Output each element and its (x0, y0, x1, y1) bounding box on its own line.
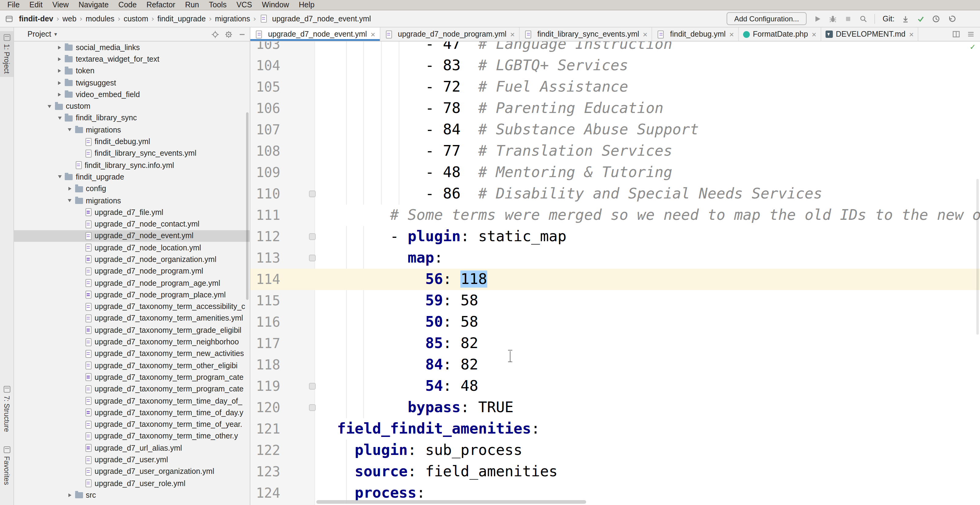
chevron-collapsed-icon[interactable] (55, 41, 64, 53)
code-line-116[interactable]: 116 50: 58 (250, 311, 980, 333)
tree-item-upgrade_d7_taxonomy_term_new_activities[interactable]: upgrade_d7_taxonomy_term_new_activities (14, 348, 250, 360)
chevron-collapsed-icon[interactable] (55, 89, 64, 100)
tree-item-findit_upgrade[interactable]: findit_upgrade (14, 171, 250, 183)
breadcrumb-item[interactable]: findit_upgrade (156, 14, 207, 23)
tree-item-social_media_links[interactable]: social_media_links (14, 41, 250, 53)
menu-item-help[interactable]: Help (294, 1, 319, 9)
code-line-106[interactable]: 106 - 78 # Parenting Education (250, 98, 980, 119)
tree-item-upgrade_d7_node_program_age.yml[interactable]: upgrade_d7_node_program_age.yml (14, 277, 250, 289)
line-number[interactable]: 120 (250, 397, 280, 418)
line-number[interactable]: 123 (250, 461, 280, 483)
tree-item-upgrade_d7_taxonomy_term_time_day_of_[interactable]: upgrade_d7_taxonomy_term_time_day_of_ (14, 395, 250, 407)
line-number[interactable]: 116 (250, 311, 280, 333)
tree-item-upgrade_d7_url_alias.yml[interactable]: upgrade_d7_url_alias.yml (14, 442, 250, 454)
breadcrumb-item[interactable]: findit-dev (18, 14, 55, 23)
code-line-119[interactable]: 119 54: 48 (250, 376, 980, 397)
line-number[interactable]: 113 (250, 247, 280, 269)
hide-panel-icon[interactable] (238, 30, 246, 38)
tab-DEVELOPMENT.md[interactable]: DEVELOPMENT.md× (821, 27, 919, 41)
line-number[interactable]: 118 (250, 354, 280, 376)
breadcrumb-item[interactable]: web (61, 14, 78, 23)
tree-item-upgrade_d7_taxonomy_term_accessibility_c[interactable]: upgrade_d7_taxonomy_term_accessibility_c (14, 301, 250, 313)
code-line-105[interactable]: 105 - 72 # Fuel Assistance (250, 76, 980, 98)
tree-item-video_embed_field[interactable]: video_embed_field (14, 89, 250, 100)
menu-item-file[interactable]: File (2, 1, 24, 9)
code-line-107[interactable]: 107 - 84 # Substance Abuse Support (250, 119, 980, 140)
chevron-collapsed-icon[interactable] (65, 489, 74, 501)
menu-item-window[interactable]: Window (257, 1, 294, 9)
fold-marker-icon[interactable] (309, 404, 316, 411)
fold-marker-icon[interactable] (309, 191, 316, 197)
git-commit-check-icon[interactable] (916, 14, 925, 23)
add-configuration-button[interactable]: Add Configuration... (727, 12, 806, 25)
tree-item-config[interactable]: config (14, 183, 250, 195)
chevron-expanded-icon[interactable] (65, 124, 74, 136)
line-number[interactable]: 115 (250, 290, 280, 311)
gear-icon[interactable] (225, 30, 232, 38)
tab-findit_library_sync_events.yml[interactable]: findit_library_sync_events.yml× (520, 27, 652, 41)
chevron-collapsed-icon[interactable] (55, 77, 64, 89)
code-line-113[interactable]: 113 map: (250, 247, 980, 269)
horizontal-scrollbar[interactable] (316, 500, 586, 504)
close-tab-icon[interactable]: × (729, 30, 734, 39)
code-line-110[interactable]: 110 - 86 # Disability and Special Needs … (250, 183, 980, 205)
tab-upgrade_d7_node_program.yml[interactable]: upgrade_d7_node_program.yml× (380, 27, 520, 41)
line-number[interactable]: 124 (250, 483, 280, 504)
tree-item-twigsuggest[interactable]: twigsuggest (14, 77, 250, 89)
close-tab-icon[interactable]: × (510, 30, 515, 39)
tree-item-migrations[interactable]: migrations (14, 195, 250, 207)
line-number[interactable]: 105 (250, 76, 280, 98)
tree-item-upgrade_d7_node_event.yml[interactable]: upgrade_d7_node_event.yml (14, 230, 250, 242)
fold-marker-icon[interactable] (309, 255, 316, 261)
git-rollback-icon[interactable] (947, 14, 956, 23)
tree-item-upgrade_d7_user_organization.yml[interactable]: upgrade_d7_user_organization.yml (14, 466, 250, 478)
code-line-112[interactable]: 112 - plugin: static_map (250, 226, 980, 247)
menu-item-vcs[interactable]: VCS (231, 1, 257, 9)
tree-item-upgrade_d7_taxonomy_term_amenities.yml[interactable]: upgrade_d7_taxonomy_term_amenities.yml (14, 313, 250, 325)
editor-menu-icon[interactable] (967, 30, 975, 38)
tree-item-upgrade_d7_file.yml[interactable]: upgrade_d7_file.yml (14, 206, 250, 218)
chevron-expanded-icon[interactable] (55, 171, 64, 183)
tree-item-upgrade_d7_node_program.yml[interactable]: upgrade_d7_node_program.yml (14, 265, 250, 277)
breadcrumb-item[interactable]: modules (84, 14, 116, 23)
code-line-104[interactable]: 104 - 83 # LGBTQ+ Services (250, 55, 980, 76)
close-tab-icon[interactable]: × (812, 30, 816, 39)
fold-marker-icon[interactable] (309, 383, 316, 390)
project-view-selector[interactable]: Project ▾ (27, 30, 57, 38)
code-line-120[interactable]: 120 bypass: TRUE (250, 397, 980, 418)
split-editor-icon[interactable] (952, 30, 961, 38)
vertical-scrollbar[interactable] (976, 179, 979, 335)
tree-item-upgrade_d7_node_program_place.yml[interactable]: upgrade_d7_node_program_place.yml (14, 289, 250, 301)
chevron-collapsed-icon[interactable] (55, 53, 64, 65)
menu-item-run[interactable]: Run (180, 1, 204, 9)
line-number[interactable]: 111 (250, 205, 280, 226)
line-number[interactable]: 122 (250, 440, 280, 461)
code-line-121[interactable]: 121field_findit_amenities: (250, 418, 980, 440)
chevron-expanded-icon[interactable] (65, 195, 74, 207)
tree-item-findit_library_sync.info.yml[interactable]: findit_library_sync.info.yml (14, 159, 250, 171)
structure-stripe-button[interactable]: 7: Structure (0, 382, 13, 435)
code-line-118[interactable]: 118 84: 82 (250, 354, 980, 376)
breadcrumb-item[interactable]: migrations (214, 14, 251, 23)
code-line-111[interactable]: 111 # Some terms were merged so we need … (250, 205, 980, 226)
line-number[interactable]: 108 (250, 140, 280, 162)
code-line-123[interactable]: 123 source: field_amenities (250, 461, 980, 483)
line-number[interactable]: 112 (250, 226, 280, 247)
close-tab-icon[interactable]: × (643, 30, 648, 39)
code-line-115[interactable]: 115 59: 58 (250, 290, 980, 311)
tree-item-upgrade_d7_node_location.yml[interactable]: upgrade_d7_node_location.yml (14, 242, 250, 254)
fold-marker-icon[interactable] (309, 233, 316, 240)
code-line-103[interactable]: 103 - 47 # Language Instruction (250, 41, 980, 55)
inspections-ok-icon[interactable]: ✓ (970, 43, 976, 51)
tree-item-textarea_widget_for_text[interactable]: textarea_widget_for_text (14, 53, 250, 65)
tree-item-token[interactable]: token (14, 65, 250, 77)
tree-item-upgrade_d7_taxonomy_term_time_of_year.[interactable]: upgrade_d7_taxonomy_term_time_of_year. (14, 419, 250, 430)
tree-item-findit_debug.yml[interactable]: findit_debug.yml (14, 136, 250, 148)
code-line-114[interactable]: 114 56: 118 (250, 269, 980, 290)
tree-item-upgrade_d7_taxonomy_term_time_other.y[interactable]: upgrade_d7_taxonomy_term_time_other.y (14, 430, 250, 443)
project-stripe-button[interactable]: 1: Project (0, 31, 13, 76)
tree-item-findit_library_sync_events.yml[interactable]: findit_library_sync_events.yml (14, 148, 250, 159)
line-number[interactable]: 106 (250, 98, 280, 119)
tree-item-upgrade_d7_taxonomy_term_program_cate[interactable]: upgrade_d7_taxonomy_term_program_cate (14, 383, 250, 395)
line-number[interactable]: 117 (250, 333, 280, 354)
